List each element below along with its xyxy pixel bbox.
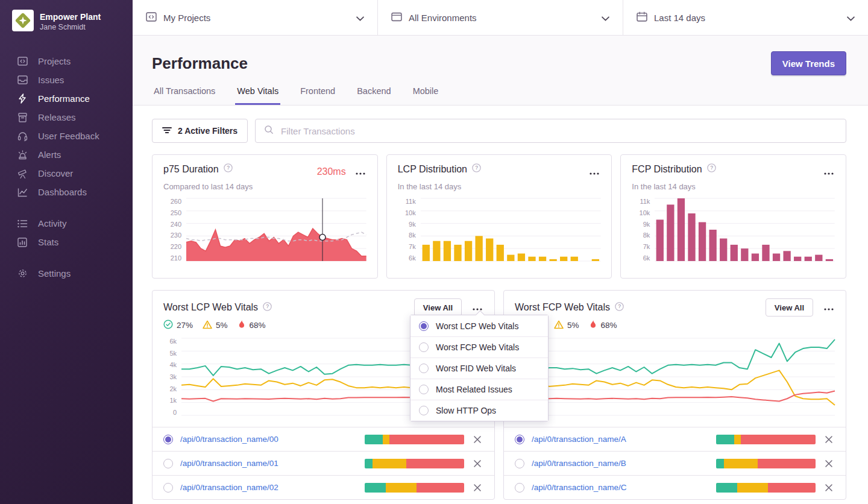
sidebar-item-label: User Feedback	[38, 131, 99, 141]
dropdown-item-worst-fid[interactable]: Worst FID Web Vitals	[410, 358, 548, 379]
tab-mobile[interactable]: Mobile	[411, 86, 441, 105]
view-all-button[interactable]: View All	[414, 298, 462, 317]
environment-selector[interactable]: All Environments	[377, 0, 623, 35]
org-user: Jane Schmidt	[40, 22, 101, 32]
warning-triangle-icon	[554, 320, 564, 331]
sidebar-item-projects[interactable]: Projects	[0, 52, 133, 71]
view-all-button[interactable]: View All	[766, 298, 813, 317]
more-options-icon[interactable]	[354, 163, 366, 180]
dropdown-item-most-related-issues[interactable]: Most Related Issues	[410, 379, 548, 400]
vitals-breakdown-bar	[716, 435, 816, 444]
view-trends-button[interactable]: View Trends	[771, 51, 846, 75]
vitals-breakdown-bar	[716, 459, 816, 468]
sidebar-item-dashboards[interactable]: Dashboards	[0, 183, 133, 201]
transaction-radio[interactable]	[163, 483, 173, 493]
topbar: My Projects All Environments Last 14 day…	[133, 0, 868, 36]
help-icon[interactable]: ?	[707, 163, 716, 175]
sidebar-item-activity[interactable]: Activity	[0, 214, 133, 233]
p75-duration-card: p75 Duration ? 230ms Compared to last 14…	[152, 154, 378, 279]
more-options-icon[interactable]	[588, 163, 600, 180]
transaction-link[interactable]: /api/0/transaction_name/02	[180, 483, 357, 492]
sidebar-item-label: Stats	[38, 237, 58, 247]
list-icon	[17, 218, 28, 229]
y-axis: 260250240230220210	[163, 198, 181, 261]
close-icon[interactable]	[471, 482, 483, 494]
transaction-radio[interactable]	[515, 459, 524, 468]
dropdown-radio	[419, 364, 429, 373]
close-icon[interactable]	[823, 482, 835, 494]
transaction-link[interactable]: /api/0/transaction_name/01	[180, 459, 357, 468]
projects-icon	[17, 56, 28, 67]
org-switcher[interactable]: Empower Plant Jane Schmidt	[0, 10, 133, 34]
help-icon[interactable]: ?	[224, 163, 233, 175]
page-title: Performance	[152, 54, 248, 73]
tab-all-transactions[interactable]: All Transactions	[152, 86, 217, 105]
more-options-icon[interactable]	[823, 163, 835, 180]
sidebar-item-issues[interactable]: Issues	[0, 71, 133, 89]
fcp-card-subtitle: In the last 14 days	[632, 182, 835, 191]
close-icon[interactable]	[823, 458, 835, 470]
sidebar-item-settings[interactable]: Settings	[0, 264, 133, 283]
tab-backend[interactable]: Backend	[355, 86, 392, 105]
sidebar-item-alerts[interactable]: Alerts	[0, 145, 133, 164]
active-filters-button[interactable]: 2 Active Filters	[152, 119, 248, 143]
project-selector-label: My Projects	[163, 13, 350, 23]
sidebar-nav-secondary: Activity Stats	[0, 214, 133, 251]
sidebar: Empower Plant Jane Schmidt Projects Issu…	[0, 0, 133, 504]
sidebar-item-stats[interactable]: Stats	[0, 233, 133, 251]
help-icon[interactable]: ?	[615, 302, 624, 313]
search-input[interactable]	[280, 125, 837, 137]
close-icon[interactable]	[471, 458, 483, 470]
org-text: Empower Plant Jane Schmidt	[40, 11, 101, 32]
date-range-selector[interactable]: Last 14 days	[623, 0, 868, 35]
filter-row: 2 Active Filters	[152, 119, 846, 143]
transaction-row: /api/0/transaction_name/B	[504, 451, 846, 475]
dropdown-radio	[419, 385, 429, 394]
window-icon	[391, 12, 402, 24]
help-icon[interactable]: ?	[263, 302, 272, 313]
sidebar-item-label: Dashboards	[38, 187, 87, 197]
sidebar-item-discover[interactable]: Discover	[0, 164, 133, 183]
web-vitals-cards-row: Worst LCP Web Vitals ? View All 27% 5%	[152, 290, 846, 500]
transaction-radio[interactable]	[163, 459, 173, 468]
content-area: 2 Active Filters p75 Duration ?	[133, 106, 868, 504]
dropdown-radio	[419, 342, 429, 352]
transaction-radio[interactable]	[163, 435, 173, 444]
transaction-link[interactable]: /api/0/transaction_name/A	[532, 435, 709, 444]
archive-icon	[17, 112, 28, 123]
worst-fcp-card: Worst FCP Web Vitals ? View All 27% 5%	[503, 290, 846, 500]
lcp-card-subtitle: In the last 14 days	[398, 182, 601, 191]
transaction-row: /api/0/transaction_name/C	[504, 475, 846, 499]
dropdown-item-label: Most Related Issues	[436, 385, 512, 394]
environment-selector-label: All Environments	[409, 13, 595, 23]
dropdown-item-worst-lcp[interactable]: Worst LCP Web Vitals	[410, 315, 548, 336]
dropdown-item-slow-http-ops[interactable]: Slow HTTP Ops	[410, 400, 548, 421]
sidebar-item-label: Releases	[38, 112, 76, 122]
vitals-breakdown-bar	[365, 459, 464, 468]
project-selector[interactable]: My Projects	[133, 0, 377, 35]
svg-text:?: ?	[227, 165, 230, 171]
sidebar-item-releases[interactable]: Releases	[0, 108, 133, 127]
p75-card-title: p75 Duration	[163, 164, 219, 175]
transaction-link[interactable]: /api/0/transaction_name/C	[532, 483, 709, 492]
transaction-link[interactable]: /api/0/transaction_name/B	[532, 459, 709, 468]
close-icon[interactable]	[471, 433, 483, 446]
dropdown-item-worst-fcp[interactable]: Worst FCP Web Vitals	[410, 336, 548, 358]
close-icon[interactable]	[823, 433, 835, 446]
chevron-down-icon	[602, 13, 609, 23]
help-icon[interactable]: ?	[472, 163, 481, 175]
transaction-radio[interactable]	[515, 435, 524, 444]
transaction-link[interactable]: /api/0/transaction_name/00	[180, 435, 357, 444]
main-column: My Projects All Environments Last 14 day…	[133, 0, 868, 504]
more-options-icon[interactable]	[823, 299, 835, 316]
tab-web-vitals[interactable]: Web Vitals	[235, 86, 280, 105]
tab-frontend[interactable]: Frontend	[298, 86, 337, 105]
sidebar-item-user-feedback[interactable]: User Feedback	[0, 127, 133, 145]
transaction-radio[interactable]	[515, 483, 524, 493]
sidebar-item-performance[interactable]: Performance	[0, 89, 133, 108]
dropdown-item-label: Worst FID Web Vitals	[436, 364, 516, 373]
dropdown-radio	[419, 406, 429, 415]
chevron-down-icon	[847, 13, 855, 23]
sidebar-item-label: Discover	[38, 168, 73, 178]
worst-lcp-title: Worst LCP Web Vitals	[163, 302, 258, 313]
